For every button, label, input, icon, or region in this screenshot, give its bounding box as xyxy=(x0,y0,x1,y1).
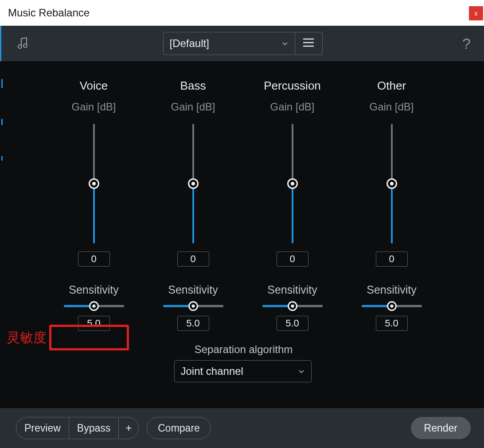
channel-name: Other xyxy=(377,79,406,93)
sensitivity-slider[interactable] xyxy=(163,301,223,311)
channel-name: Percussion xyxy=(264,79,321,93)
help-button[interactable]: ? xyxy=(462,35,471,52)
channel-bass: Bass Gain [dB] 0 Sensitivity 5.0 xyxy=(144,79,243,331)
gain-label: Gain [dB] xyxy=(171,101,215,113)
gain-label: Gain [dB] xyxy=(369,101,414,113)
sensitivity-value[interactable]: 5.0 xyxy=(177,316,209,331)
gain-slider[interactable] xyxy=(188,124,199,244)
sensitivity-label: Sensitivity xyxy=(367,283,417,296)
preset-menu-button[interactable] xyxy=(295,32,323,55)
preset-select[interactable]: [Default] xyxy=(163,32,295,55)
gain-slider[interactable] xyxy=(89,124,99,244)
slider-thumb-icon xyxy=(386,178,397,189)
slider-thumb-icon xyxy=(89,178,99,189)
slider-thumb-icon xyxy=(188,178,199,189)
gain-value[interactable]: 0 xyxy=(78,252,110,267)
slider-thumb-icon xyxy=(89,301,99,311)
window-title: Music Rebalance xyxy=(8,7,90,19)
sensitivity-label: Sensitivity xyxy=(168,283,218,296)
gain-slider[interactable] xyxy=(287,124,298,244)
sensitivity-slider[interactable] xyxy=(262,301,323,311)
bypass-button[interactable]: Bypass xyxy=(69,417,118,439)
sensitivity-value[interactable]: 5.0 xyxy=(376,316,408,331)
gain-value[interactable]: 0 xyxy=(277,252,308,267)
compare-button[interactable]: Compare xyxy=(147,417,211,439)
channel-other: Other Gain [dB] 0 Sensitivity 5.0 xyxy=(342,79,441,331)
preset-value: [Default] xyxy=(170,37,209,50)
gain-label: Gain [dB] xyxy=(270,101,314,113)
sensitivity-label: Sensitivity xyxy=(267,283,317,296)
channel-voice: Voice Gain [dB] 0 Sensitivity 5.0 xyxy=(44,79,144,331)
close-icon: x xyxy=(475,10,478,17)
svg-point-0 xyxy=(18,45,22,48)
toolbar: [Default] ? xyxy=(0,26,484,61)
gain-value[interactable]: 0 xyxy=(376,252,408,267)
slider-thumb-icon xyxy=(287,178,298,189)
separation-value: Joint channel xyxy=(181,365,243,377)
gain-value[interactable]: 0 xyxy=(177,252,209,267)
sensitivity-label: Sensitivity xyxy=(69,283,119,296)
channels: Voice Gain [dB] 0 Sensitivity 5.0 Bass G… xyxy=(15,79,471,331)
chevron-down-icon xyxy=(298,365,305,377)
titlebar: Music Rebalance x xyxy=(0,0,484,26)
compare-label: Compare xyxy=(158,422,200,434)
channel-name: Voice xyxy=(80,79,108,93)
render-button[interactable]: Render xyxy=(411,417,471,439)
channel-percussion: Percussion Gain [dB] 0 Sensitivity 5.0 xyxy=(243,79,342,331)
separation-label: Separation algorithm xyxy=(195,343,293,356)
gain-slider[interactable] xyxy=(386,124,397,244)
channel-name: Bass xyxy=(180,79,206,93)
sensitivity-value[interactable]: 5.0 xyxy=(78,316,110,331)
sensitivity-value[interactable]: 5.0 xyxy=(277,316,308,331)
slider-thumb-icon xyxy=(288,301,297,311)
main-panel: Voice Gain [dB] 0 Sensitivity 5.0 Bass G… xyxy=(0,61,484,408)
chevron-down-icon xyxy=(281,37,289,50)
hamburger-icon xyxy=(302,38,315,49)
slider-thumb-icon xyxy=(387,301,397,311)
transport-buttons: Preview Bypass + xyxy=(16,417,139,439)
add-button[interactable]: + xyxy=(118,417,139,439)
separation-select[interactable]: Joint channel xyxy=(174,360,312,382)
bypass-label: Bypass xyxy=(77,422,110,434)
separation-area: Separation algorithm Joint channel xyxy=(15,343,471,382)
module-icon xyxy=(15,35,32,52)
preset-group: [Default] xyxy=(163,32,323,55)
preview-label: Preview xyxy=(24,422,61,434)
footer: Preview Bypass + Compare Render xyxy=(0,408,484,448)
close-button[interactable]: x xyxy=(469,6,483,20)
sensitivity-slider[interactable] xyxy=(64,301,124,311)
preview-button[interactable]: Preview xyxy=(16,417,69,439)
left-accent xyxy=(1,61,3,408)
svg-point-1 xyxy=(23,44,27,47)
help-icon: ? xyxy=(462,35,471,52)
gain-label: Gain [dB] xyxy=(71,101,116,113)
render-label: Render xyxy=(424,422,457,434)
plus-icon: + xyxy=(125,422,132,434)
sensitivity-slider[interactable] xyxy=(362,301,422,311)
slider-thumb-icon xyxy=(188,301,198,311)
